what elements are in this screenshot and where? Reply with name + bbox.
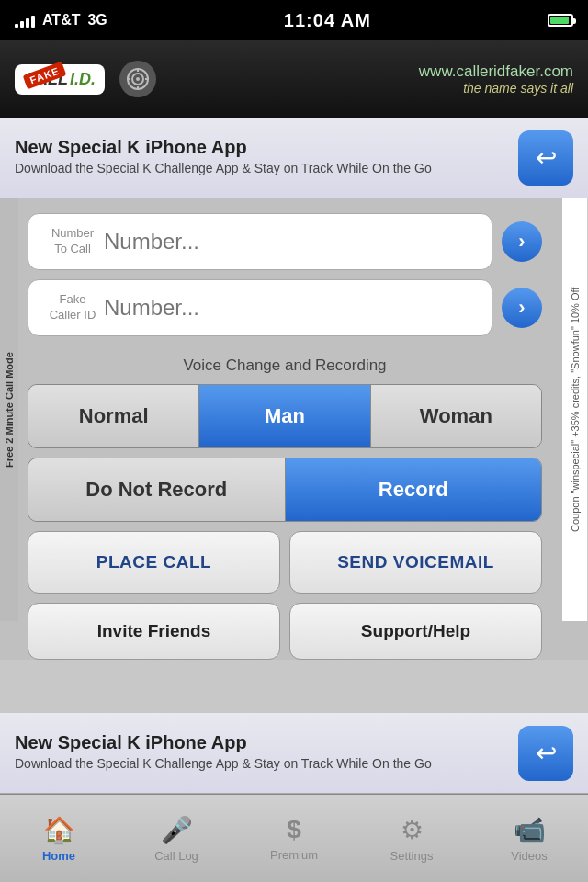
voice-man-button[interactable]: Man <box>199 385 370 447</box>
voice-section-title: Voice Change and Recording <box>28 351 542 384</box>
tab-home-label: Home <box>42 849 75 863</box>
share-icon: ↩ <box>536 142 557 173</box>
invite-friends-button[interactable]: Invite Friends <box>28 603 280 660</box>
tab-premium-label: Premium <box>270 848 318 862</box>
app-logo: CALL I.D. FAKE <box>15 64 105 95</box>
app-header: CALL I.D. FAKE www.calleridfaker.com the… <box>0 40 588 118</box>
arrow-right-icon: › <box>518 230 525 254</box>
logo-id-text: I.D. <box>70 70 96 89</box>
tab-calllog-label: Call Log <box>154 849 198 863</box>
tab-videos[interactable]: 📹 Videos <box>470 795 588 882</box>
number-to-call-row: NumberTo Call › <box>28 213 542 270</box>
signal-icon <box>15 13 35 28</box>
calllog-icon: 🎤 <box>161 815 193 845</box>
voice-woman-button[interactable]: Woman <box>371 385 541 447</box>
battery-area <box>548 14 573 27</box>
ad-description: Download the Special K Challenge App & S… <box>15 160 507 178</box>
ad-title: New Special K iPhone App <box>15 137 507 158</box>
tab-videos-label: Videos <box>511 849 548 863</box>
tab-call-log[interactable]: 🎤 Call Log <box>118 795 235 882</box>
fake-caller-id-row: FakeCaller ID › <box>28 279 542 336</box>
battery-icon <box>548 14 573 27</box>
header-url-area: www.calleridfaker.com the name says it a… <box>171 62 573 96</box>
premium-icon: $ <box>287 815 301 844</box>
bottom-share-icon: ↩ <box>536 738 557 768</box>
voice-type-selector: Normal Man Woman <box>28 384 542 448</box>
tab-premium[interactable]: $ Premium <box>235 795 353 882</box>
tab-home[interactable]: 🏠 Home <box>0 795 118 882</box>
record-button[interactable]: Record <box>286 458 542 521</box>
record-selector: Do Not Record Record <box>28 458 542 522</box>
number-to-call-wrapper: NumberTo Call <box>28 213 492 270</box>
fake-caller-id-label: FakeCaller ID <box>41 292 104 323</box>
do-not-record-button[interactable]: Do Not Record <box>28 458 286 521</box>
form-area: NumberTo Call › FakeCaller ID › <box>0 198 588 351</box>
bottom-ad-share-button[interactable]: ↩ <box>518 726 573 781</box>
status-bar: AT&T 3G 11:04 AM <box>0 0 588 40</box>
number-to-call-arrow[interactable]: › <box>502 221 542 262</box>
fake-caller-id-input[interactable] <box>104 295 479 321</box>
bottom-ad-title: New Special K iPhone App <box>15 732 507 753</box>
network-type: 3G <box>87 12 107 28</box>
action-buttons-row: PLACE CALL SEND VOICEMAIL <box>28 531 542 594</box>
voice-normal-button[interactable]: Normal <box>28 385 199 447</box>
top-ad-banner[interactable]: New Special K iPhone App Download the Sp… <box>0 118 588 198</box>
bottom-ad-content[interactable]: New Special K iPhone App Download the Sp… <box>0 713 588 794</box>
tab-settings[interactable]: ⚙ Settings <box>353 795 470 882</box>
target-icon <box>119 61 156 97</box>
settings-icon: ⚙ <box>401 815 424 845</box>
carrier-info: AT&T 3G <box>15 12 107 28</box>
website-url: www.calleridfaker.com <box>171 62 573 81</box>
fake-caller-id-arrow[interactable]: › <box>502 288 542 328</box>
tagline: the name says it all <box>171 81 573 96</box>
ad-share-button[interactable]: ↩ <box>518 130 573 186</box>
utility-buttons-row: Invite Friends Support/Help <box>28 603 542 660</box>
fake-caller-id-wrapper: FakeCaller ID <box>28 279 492 336</box>
send-voicemail-button[interactable]: SEND VOICEMAIL <box>289 531 542 594</box>
tab-settings-label: Settings <box>390 849 434 863</box>
carrier-label: AT&T <box>42 12 80 28</box>
support-help-button[interactable]: Support/Help <box>289 603 542 660</box>
arrow-right-icon-2: › <box>518 296 525 320</box>
coupon-label: Coupon "winspecial" +35% credits, "Snowf… <box>562 198 588 621</box>
ad-text-area: New Special K iPhone App Download the Sp… <box>15 137 507 178</box>
bottom-ad-description: Download the Special K Challenge App & S… <box>15 755 507 774</box>
bottom-ad-text: New Special K iPhone App Download the Sp… <box>15 732 507 774</box>
tab-bar: 🏠 Home 🎤 Call Log $ Premium ⚙ Settings 📹… <box>0 794 588 882</box>
videos-icon: 📹 <box>514 815 546 845</box>
place-call-button[interactable]: PLACE CALL <box>28 531 280 594</box>
number-to-call-label: NumberTo Call <box>41 226 104 257</box>
bottom-ad-banner[interactable]: New Special K iPhone App Download the Sp… <box>0 713 588 794</box>
svg-point-2 <box>136 77 140 81</box>
number-to-call-input[interactable] <box>104 229 479 254</box>
main-content: Free 2 Minute Call Mode Coupon "winspeci… <box>0 198 588 660</box>
voice-section: Voice Change and Recording Normal Man Wo… <box>0 351 588 660</box>
time-display: 11:04 AM <box>284 10 371 31</box>
free-mode-label: Free 2 Minute Call Mode <box>0 198 18 621</box>
home-icon: 🏠 <box>43 815 75 845</box>
